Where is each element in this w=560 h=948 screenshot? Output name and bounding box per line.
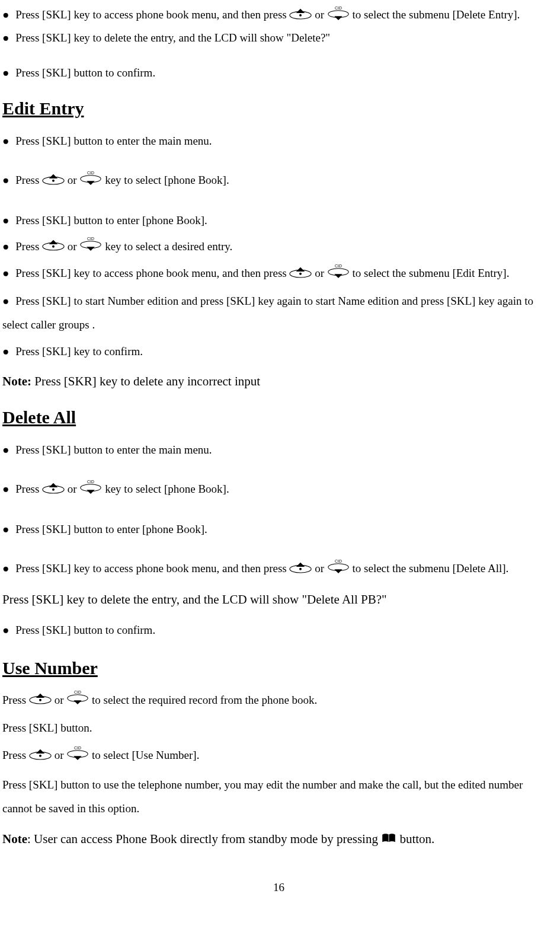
bullet-dot: ●: [2, 345, 9, 358]
text: Press [SKL] button to enter [phone Book]…: [15, 214, 207, 226]
bullet-dot: ●: [2, 240, 9, 253]
bullet-item: ● Press [SKL] to start Number edition an…: [2, 289, 555, 337]
heading-edit-entry: Edit Entry: [2, 95, 555, 122]
bullet-item: ● Press [SKL] key to access phone book m…: [2, 262, 555, 286]
bullet-item: ● Press or key to select [phone Book].: [2, 169, 555, 193]
text-pre: Press [SKL] key to access phone book men…: [15, 8, 289, 21]
bullet-dot: ●: [2, 523, 9, 535]
note-line: Note: User can access Phone Book directl…: [2, 830, 555, 850]
bullet-dot: ●: [2, 562, 9, 574]
text: Press [SKL] key to confirm.: [15, 345, 143, 358]
down-arrow-icon: [79, 236, 102, 258]
up-arrow-icon: [289, 263, 312, 286]
up-arrow-icon: [29, 746, 52, 767]
text-mid: or: [315, 8, 327, 21]
note-line: Note: Press [SKR] key to delete any inco…: [2, 372, 555, 391]
text-mid: or: [55, 749, 67, 761]
text-mid: or: [315, 267, 327, 279]
down-arrow-icon: [327, 6, 350, 25]
text-post: to select the submenu [Edit Entry].: [353, 267, 510, 279]
text: Press [SKL] key to delete the entry, and…: [15, 31, 330, 44]
bullet-item: ● Press [SKL] button to confirm.: [2, 619, 555, 641]
text-post: to select the required record from the p…: [92, 694, 317, 706]
plain-line: Press or to select the required record f…: [2, 690, 555, 712]
bullet-item: ● Press [SKL] button to enter [phone Boo…: [2, 518, 555, 541]
bullet-item: ● Press [SKL] button to enter the main m…: [2, 439, 555, 461]
bullet-item: ● Press [SKL] key to access phone book m…: [2, 557, 555, 581]
bullet-dot: ●: [2, 295, 9, 307]
text-post: key to select [phone Book].: [105, 483, 229, 495]
text-mid: or: [68, 483, 80, 495]
bullet-item: ● Press [SKL] key to access phone book m…: [2, 6, 555, 25]
text: Press [SKL] button to confirm.: [15, 624, 155, 636]
text-pre: Press: [15, 240, 42, 253]
down-arrow-icon: [79, 479, 102, 502]
text-post: to select [Use Number].: [92, 749, 200, 761]
note-label: Note: [2, 832, 27, 846]
text-post: key to select a desired entry.: [105, 240, 232, 253]
bullet-dot: ●: [2, 624, 9, 636]
text: Press [SKL] to start Number edition and …: [2, 295, 533, 331]
plain-line: Press [SKL] key to delete the entry, and…: [2, 588, 555, 612]
up-arrow-icon: [42, 170, 65, 193]
up-arrow-icon: [42, 479, 65, 502]
plain-line: Press [SKL] button.: [2, 717, 555, 739]
plain-line: Press or to select [Use Number].: [2, 745, 555, 767]
bullet-item: ● Press [SKL] key to delete the entry, a…: [2, 29, 555, 47]
note-text: : User can access Phone Book directly fr…: [27, 832, 381, 846]
text: Press [SKL] button to enter the main men…: [15, 135, 212, 147]
up-arrow-icon: [29, 690, 52, 711]
text-pre: Press: [2, 749, 29, 761]
text-pre: Press [SKL] key to access phone book men…: [15, 562, 289, 574]
text: Press [SKL] button to enter [phone Book]…: [15, 523, 207, 535]
text-post: key to select [phone Book].: [105, 174, 229, 186]
down-arrow-icon: [79, 170, 102, 193]
bullet-dot: ●: [2, 66, 9, 79]
bullet-item: ● Press [SKL] button to enter the main m…: [2, 130, 555, 152]
bullet-item: ● Press [SKL] button to confirm.: [2, 64, 555, 82]
text-pre: Press: [2, 694, 29, 706]
text-post: to select the submenu [Delete All].: [353, 562, 509, 574]
up-arrow-icon: [289, 7, 312, 25]
bullet-dot: ●: [2, 8, 9, 21]
text-mid: or: [55, 694, 67, 706]
bullet-dot: ●: [2, 483, 9, 495]
phone-book-icon: [381, 831, 396, 850]
bullet-dot: ●: [2, 443, 9, 456]
bullet-dot: ●: [2, 214, 9, 226]
note-text: Press [SKR] key to delete any incorrect …: [31, 374, 260, 388]
down-arrow-icon: [66, 690, 89, 711]
text-mid: or: [315, 562, 327, 574]
up-arrow-icon: [289, 558, 312, 581]
note-label: Note:: [2, 374, 31, 388]
text: Press [SKL] button to confirm.: [15, 66, 155, 79]
text-post: to select the submenu [Delete Entry].: [353, 8, 520, 21]
page-number: 16: [2, 879, 555, 896]
bullet-dot: ●: [2, 174, 9, 186]
note-after: button.: [399, 832, 434, 846]
bullet-dot: ●: [2, 135, 9, 147]
bullet-dot: ●: [2, 31, 9, 44]
text-pre: Press [SKL] key to access phone book men…: [15, 267, 289, 279]
down-arrow-icon: [66, 746, 89, 767]
text: Press [SKL] button to enter the main men…: [15, 443, 212, 456]
plain-line: Press [SKL] button to use the telephone …: [2, 773, 555, 821]
text-pre: Press: [15, 483, 42, 495]
heading-use-number: Use Number: [2, 655, 555, 681]
text-mid: or: [68, 174, 80, 186]
bullet-dot: ●: [2, 267, 9, 279]
down-arrow-icon: [327, 558, 350, 581]
text-pre: Press: [15, 174, 42, 186]
up-arrow-icon: [42, 236, 65, 258]
bullet-item: ● Press or key to select a desired entry…: [2, 235, 555, 259]
bullet-item: ● Press [SKL] key to confirm.: [2, 340, 555, 363]
down-arrow-icon: [327, 263, 350, 286]
bullet-item: ● Press [SKL] button to enter [phone Boo…: [2, 209, 555, 232]
heading-delete-all: Delete All: [2, 404, 555, 430]
text-mid: or: [68, 240, 80, 253]
bullet-item: ● Press or key to select [phone Book].: [2, 478, 555, 502]
